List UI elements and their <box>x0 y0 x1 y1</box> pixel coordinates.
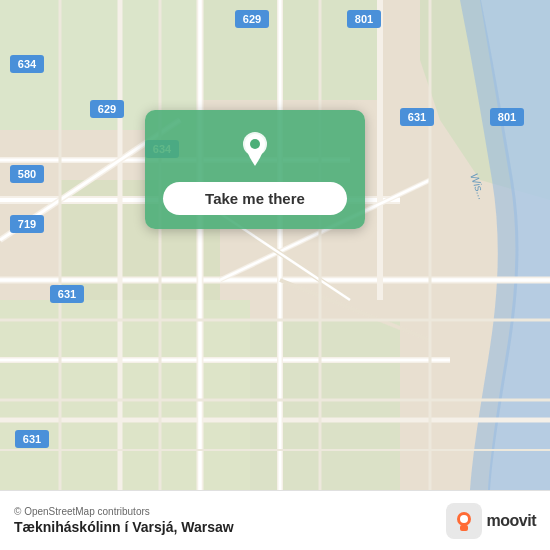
svg-point-60 <box>250 139 260 149</box>
location-name: Tækniháskólinn í Varsjá, Warsaw <box>14 519 234 535</box>
svg-text:634: 634 <box>18 58 37 70</box>
svg-rect-64 <box>460 525 468 531</box>
svg-text:580: 580 <box>18 168 36 180</box>
svg-text:631: 631 <box>408 111 426 123</box>
svg-text:631: 631 <box>23 433 41 445</box>
moovit-logo: moovit <box>446 503 536 539</box>
map-container: 801 629 634 634 580 719 631 801 631 631 … <box>0 0 550 490</box>
svg-text:801: 801 <box>355 13 373 25</box>
copyright-text: © OpenStreetMap contributors <box>14 506 234 517</box>
svg-rect-4 <box>0 300 250 490</box>
svg-point-63 <box>460 515 468 523</box>
take-me-there-button[interactable]: Take me there <box>163 182 347 215</box>
location-pin-icon <box>233 128 277 172</box>
svg-text:631: 631 <box>58 288 76 300</box>
overlay-card: Take me there <box>145 110 365 229</box>
svg-text:719: 719 <box>18 218 36 230</box>
bottom-bar: © OpenStreetMap contributors Tækniháskól… <box>0 490 550 550</box>
moovit-wordmark: moovit <box>487 512 536 530</box>
bottom-left: © OpenStreetMap contributors Tækniháskól… <box>14 506 234 535</box>
svg-text:629: 629 <box>98 103 116 115</box>
map-background: 801 629 634 634 580 719 631 801 631 631 … <box>0 0 550 490</box>
moovit-icon <box>446 503 482 539</box>
svg-rect-5 <box>250 320 400 490</box>
svg-text:629: 629 <box>243 13 261 25</box>
svg-text:801: 801 <box>498 111 516 123</box>
